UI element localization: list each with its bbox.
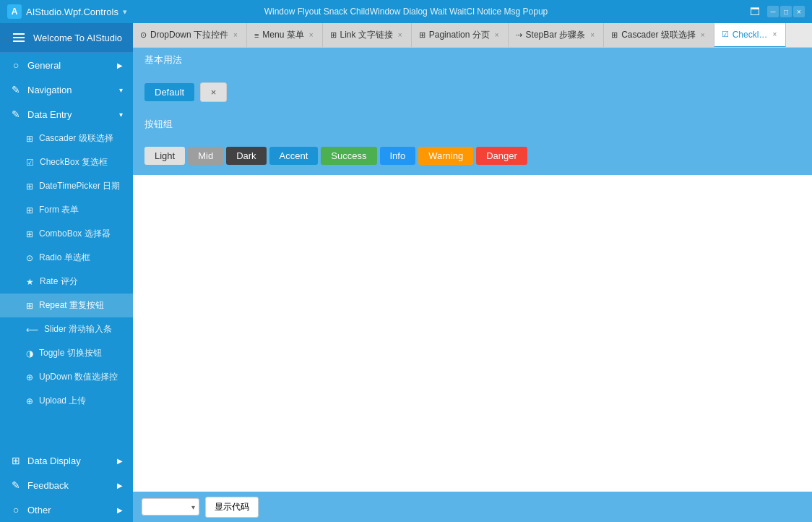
tab-dropdown[interactable]: ⊙ DropDown 下拉控件 × bbox=[133, 23, 247, 48]
close-x-button[interactable]: × bbox=[200, 82, 228, 102]
minimize-button[interactable]: ─ bbox=[767, 6, 779, 17]
sidebar-item-label: Navigation bbox=[27, 85, 72, 95]
button-group: Light Mid Dark Accent Success Info Warni… bbox=[144, 147, 800, 165]
tab-cascader[interactable]: ⊞ Cascader 级联选择 × bbox=[604, 23, 714, 48]
expand-icon[interactable]: ▾ bbox=[123, 7, 127, 17]
tab-bar: ⊙ DropDown 下拉控件 × ≡ Menu 菜单 × ⊞ Link 文字链… bbox=[133, 23, 812, 48]
general-icon: ○ bbox=[10, 59, 22, 71]
section1-title: 基本用法 bbox=[144, 54, 182, 65]
checkbox-icon: ☑ bbox=[26, 158, 34, 168]
btn-success[interactable]: Success bbox=[321, 147, 376, 165]
sidebar-sub-label: CheckBox 复选框 bbox=[40, 156, 108, 168]
sidebar-item-toggle[interactable]: ◑ Toggle 切换按钮 bbox=[0, 341, 133, 365]
tab-close-icon[interactable]: × bbox=[493, 30, 501, 40]
sidebar-item-data-entry[interactable]: ✎ Data Entry ▾ bbox=[0, 102, 133, 127]
sidebar-item-label: General bbox=[27, 60, 61, 71]
sidebar-item-upload[interactable]: ⊕ Upload 上传 bbox=[0, 389, 133, 413]
titlebar: A AIStudio.Wpf.Controls ▾ Window Flyout … bbox=[0, 0, 812, 23]
navigation-icon: ✎ bbox=[10, 84, 22, 95]
data-display-icon: ⊞ bbox=[10, 455, 22, 466]
other-icon: ○ bbox=[10, 504, 22, 515]
sidebar-sub-label: UpDown 数值选择控 bbox=[39, 371, 118, 383]
section2-title: 按钮组 bbox=[144, 119, 173, 129]
sidebar-item-repeat[interactable]: ⊞ Repeat 重复按钮 bbox=[0, 294, 133, 317]
sidebar-item-datetimepicker[interactable]: ⊞ DateTimePicker 日期 bbox=[0, 174, 133, 198]
welcome-label: Welcome To AIStudio bbox=[33, 33, 122, 43]
section1-header: 基本用法 bbox=[133, 48, 812, 72]
btn-light[interactable]: Light bbox=[144, 147, 185, 165]
sidebar-item-updown[interactable]: ⊕ UpDown 数值选择控 bbox=[0, 365, 133, 389]
window-icon: 🗖 bbox=[750, 6, 760, 17]
btn-warning[interactable]: Warning bbox=[418, 147, 473, 165]
sidebar-item-navigation[interactable]: ✎ Navigation ▾ bbox=[0, 77, 133, 102]
sidebar-sub-label: Radio 单选框 bbox=[39, 252, 90, 264]
tab-label: Menu 菜单 bbox=[262, 29, 303, 41]
sidebar: Welcome To AIStudio ○ General ▶ ✎ Naviga… bbox=[0, 23, 133, 522]
code-select-wrapper: ▾ bbox=[142, 498, 199, 515]
main-layout: Welcome To AIStudio ○ General ▶ ✎ Naviga… bbox=[0, 23, 812, 522]
tab-pagination[interactable]: ⊞ Pagination 分页 × bbox=[412, 23, 509, 48]
chevron-down-icon: ▾ bbox=[119, 111, 123, 119]
sidebar-item-combobox[interactable]: ⊞ ComboBox 选择器 bbox=[0, 222, 133, 246]
sidebar-sub-label: Toggle 切换按钮 bbox=[39, 347, 102, 359]
sidebar-item-label: Data Entry bbox=[27, 109, 72, 120]
tab-label: Pagination 分页 bbox=[429, 29, 490, 41]
show-code-button[interactable]: 显示代码 bbox=[205, 497, 259, 518]
tab-close-icon[interactable]: × bbox=[771, 30, 778, 39]
btn-danger[interactable]: Danger bbox=[476, 147, 527, 165]
tab-close-icon[interactable]: × bbox=[232, 30, 239, 40]
window-controls: 🗖 ─ □ × bbox=[750, 6, 805, 17]
data-entry-icon: ✎ bbox=[10, 108, 22, 120]
tab-icon: ⇢ bbox=[516, 30, 522, 40]
upload-icon: ⊕ bbox=[26, 396, 33, 406]
sidebar-item-checkbox[interactable]: ☑ CheckBox 复选框 bbox=[0, 150, 133, 174]
radio-icon: ⊙ bbox=[26, 253, 33, 263]
sidebar-item-rate[interactable]: ★ Rate 评分 bbox=[0, 270, 133, 294]
close-button[interactable]: × bbox=[793, 6, 805, 17]
btn-info[interactable]: Info bbox=[380, 147, 416, 165]
titlebar-left: A AIStudio.Wpf.Controls ▾ bbox=[7, 4, 127, 19]
window-title: Window Flyout Snack ChildWindow Dialog W… bbox=[264, 7, 548, 17]
app-name: AIStudio.Wpf.Controls bbox=[26, 7, 118, 17]
tab-link[interactable]: ⊞ Link 文字链接 × bbox=[323, 23, 412, 48]
tab-close-icon[interactable]: × bbox=[589, 30, 596, 40]
hamburger-menu[interactable] bbox=[10, 30, 27, 45]
sidebar-sub-label: Slider 滑动输入条 bbox=[44, 323, 112, 335]
sidebar-item-feedback[interactable]: ✎ Feedback ▶ bbox=[0, 473, 133, 497]
sidebar-item-radio[interactable]: ⊙ Radio 单选框 bbox=[0, 246, 133, 270]
tab-checkbox[interactable]: ☑ Checkl… × bbox=[714, 23, 787, 48]
section2-body: Light Mid Dark Accent Success Info Warni… bbox=[133, 137, 812, 175]
sidebar-sub-label: Rate 评分 bbox=[40, 275, 78, 288]
sidebar-item-form[interactable]: ⊞ Form 表单 bbox=[0, 198, 133, 222]
sidebar-item-slider[interactable]: ⟵ Slider 滑动输入条 bbox=[0, 317, 133, 341]
chevron-icon: ▶ bbox=[117, 457, 123, 465]
slider-icon: ⟵ bbox=[26, 325, 38, 335]
tab-stepbar[interactable]: ⇢ StepBar 步骤条 × bbox=[509, 23, 605, 48]
tab-icon: ⊞ bbox=[611, 30, 618, 40]
btn-dark[interactable]: Dark bbox=[226, 147, 266, 165]
btn-mid[interactable]: Mid bbox=[188, 147, 223, 165]
tab-icon: ⊞ bbox=[330, 30, 337, 40]
app-logo: A bbox=[7, 4, 22, 19]
sidebar-item-cascader[interactable]: ⊞ Cascader 级联选择 bbox=[0, 127, 133, 150]
updown-icon: ⊕ bbox=[26, 372, 33, 382]
tab-menu[interactable]: ≡ Menu 菜单 × bbox=[247, 23, 323, 48]
section1-body: Default × bbox=[133, 72, 812, 112]
form-icon: ⊞ bbox=[26, 205, 33, 215]
bottom-bar: ▾ 显示代码 bbox=[133, 492, 812, 522]
tab-close-icon[interactable]: × bbox=[699, 30, 707, 40]
sidebar-sub-label: DateTimePicker 日期 bbox=[39, 180, 120, 192]
tab-close-icon[interactable]: × bbox=[308, 30, 315, 40]
btn-accent[interactable]: Accent bbox=[269, 147, 319, 165]
maximize-button[interactable]: □ bbox=[780, 6, 792, 17]
sidebar-item-general[interactable]: ○ General ▶ bbox=[0, 53, 133, 77]
sidebar-item-data-display[interactable]: ⊞ Data Display ▶ bbox=[0, 448, 133, 473]
sidebar-sub-label: Form 表单 bbox=[39, 204, 79, 216]
tab-icon: ⊞ bbox=[419, 30, 426, 40]
content-area: ⊙ DropDown 下拉控件 × ≡ Menu 菜单 × ⊞ Link 文字链… bbox=[133, 23, 812, 522]
code-select[interactable] bbox=[142, 498, 199, 515]
tab-icon: ☑ bbox=[722, 30, 729, 39]
sidebar-item-other[interactable]: ○ Other ▶ bbox=[0, 497, 133, 522]
tab-close-icon[interactable]: × bbox=[397, 30, 404, 40]
default-button[interactable]: Default bbox=[144, 83, 194, 101]
